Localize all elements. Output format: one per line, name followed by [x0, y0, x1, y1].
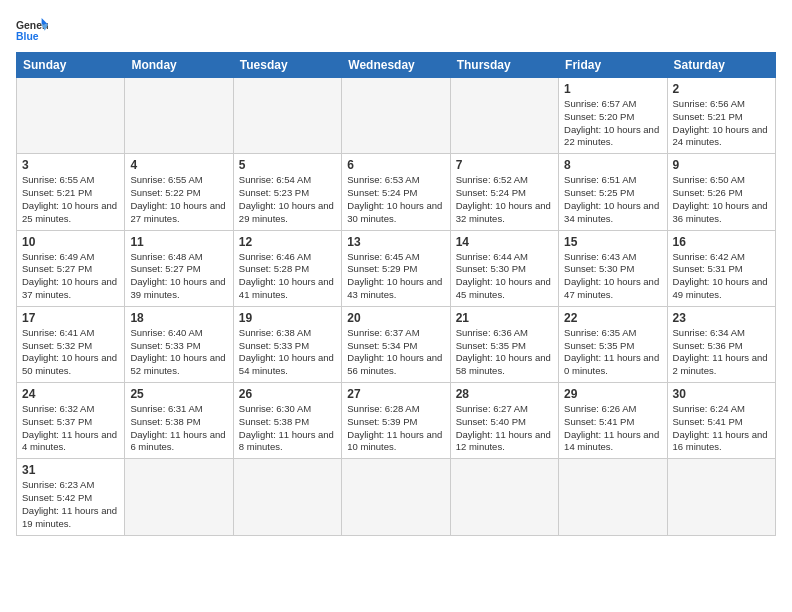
day-number: 8	[564, 158, 661, 172]
day-number: 14	[456, 235, 553, 249]
calendar-cell: 25Sunrise: 6:31 AM Sunset: 5:38 PM Dayli…	[125, 383, 233, 459]
calendar-week-row: 3Sunrise: 6:55 AM Sunset: 5:21 PM Daylig…	[17, 154, 776, 230]
day-number: 11	[130, 235, 227, 249]
calendar-cell: 5Sunrise: 6:54 AM Sunset: 5:23 PM Daylig…	[233, 154, 341, 230]
day-number: 6	[347, 158, 444, 172]
calendar-cell	[559, 459, 667, 535]
day-number: 21	[456, 311, 553, 325]
day-number: 7	[456, 158, 553, 172]
day-info: Sunrise: 6:48 AM Sunset: 5:27 PM Dayligh…	[130, 251, 227, 302]
weekday-header-row: SundayMondayTuesdayWednesdayThursdayFrid…	[17, 53, 776, 78]
day-info: Sunrise: 6:30 AM Sunset: 5:38 PM Dayligh…	[239, 403, 336, 454]
day-info: Sunrise: 6:34 AM Sunset: 5:36 PM Dayligh…	[673, 327, 770, 378]
day-info: Sunrise: 6:55 AM Sunset: 5:22 PM Dayligh…	[130, 174, 227, 225]
day-info: Sunrise: 6:23 AM Sunset: 5:42 PM Dayligh…	[22, 479, 119, 530]
day-number: 15	[564, 235, 661, 249]
calendar-week-row: 1Sunrise: 6:57 AM Sunset: 5:20 PM Daylig…	[17, 78, 776, 154]
calendar-cell: 10Sunrise: 6:49 AM Sunset: 5:27 PM Dayli…	[17, 230, 125, 306]
day-number: 19	[239, 311, 336, 325]
calendar-cell	[125, 459, 233, 535]
logo: General Blue	[16, 16, 48, 44]
calendar-cell: 18Sunrise: 6:40 AM Sunset: 5:33 PM Dayli…	[125, 306, 233, 382]
day-number: 22	[564, 311, 661, 325]
day-info: Sunrise: 6:53 AM Sunset: 5:24 PM Dayligh…	[347, 174, 444, 225]
calendar-cell: 4Sunrise: 6:55 AM Sunset: 5:22 PM Daylig…	[125, 154, 233, 230]
calendar-cell: 27Sunrise: 6:28 AM Sunset: 5:39 PM Dayli…	[342, 383, 450, 459]
calendar-cell: 21Sunrise: 6:36 AM Sunset: 5:35 PM Dayli…	[450, 306, 558, 382]
calendar-cell: 2Sunrise: 6:56 AM Sunset: 5:21 PM Daylig…	[667, 78, 775, 154]
calendar-cell: 23Sunrise: 6:34 AM Sunset: 5:36 PM Dayli…	[667, 306, 775, 382]
calendar-cell	[125, 78, 233, 154]
calendar-table: SundayMondayTuesdayWednesdayThursdayFrid…	[16, 52, 776, 536]
calendar-cell: 26Sunrise: 6:30 AM Sunset: 5:38 PM Dayli…	[233, 383, 341, 459]
calendar-cell	[342, 78, 450, 154]
day-number: 30	[673, 387, 770, 401]
day-number: 31	[22, 463, 119, 477]
calendar-cell: 12Sunrise: 6:46 AM Sunset: 5:28 PM Dayli…	[233, 230, 341, 306]
day-info: Sunrise: 6:37 AM Sunset: 5:34 PM Dayligh…	[347, 327, 444, 378]
calendar-cell: 14Sunrise: 6:44 AM Sunset: 5:30 PM Dayli…	[450, 230, 558, 306]
day-number: 17	[22, 311, 119, 325]
calendar-cell: 9Sunrise: 6:50 AM Sunset: 5:26 PM Daylig…	[667, 154, 775, 230]
day-info: Sunrise: 6:49 AM Sunset: 5:27 PM Dayligh…	[22, 251, 119, 302]
weekday-header-friday: Friday	[559, 53, 667, 78]
day-info: Sunrise: 6:35 AM Sunset: 5:35 PM Dayligh…	[564, 327, 661, 378]
weekday-header-thursday: Thursday	[450, 53, 558, 78]
page-header: General Blue	[16, 16, 776, 44]
day-number: 18	[130, 311, 227, 325]
weekday-header-tuesday: Tuesday	[233, 53, 341, 78]
calendar-cell: 22Sunrise: 6:35 AM Sunset: 5:35 PM Dayli…	[559, 306, 667, 382]
day-number: 16	[673, 235, 770, 249]
calendar-cell: 13Sunrise: 6:45 AM Sunset: 5:29 PM Dayli…	[342, 230, 450, 306]
day-number: 29	[564, 387, 661, 401]
day-info: Sunrise: 6:28 AM Sunset: 5:39 PM Dayligh…	[347, 403, 444, 454]
calendar-cell: 17Sunrise: 6:41 AM Sunset: 5:32 PM Dayli…	[17, 306, 125, 382]
day-number: 2	[673, 82, 770, 96]
day-number: 23	[673, 311, 770, 325]
day-number: 24	[22, 387, 119, 401]
day-number: 3	[22, 158, 119, 172]
day-info: Sunrise: 6:26 AM Sunset: 5:41 PM Dayligh…	[564, 403, 661, 454]
weekday-header-sunday: Sunday	[17, 53, 125, 78]
day-number: 12	[239, 235, 336, 249]
day-number: 5	[239, 158, 336, 172]
calendar-cell	[450, 78, 558, 154]
logo-icon: General Blue	[16, 16, 48, 44]
calendar-cell: 19Sunrise: 6:38 AM Sunset: 5:33 PM Dayli…	[233, 306, 341, 382]
calendar-cell	[342, 459, 450, 535]
calendar-cell: 31Sunrise: 6:23 AM Sunset: 5:42 PM Dayli…	[17, 459, 125, 535]
calendar-cell: 28Sunrise: 6:27 AM Sunset: 5:40 PM Dayli…	[450, 383, 558, 459]
day-info: Sunrise: 6:36 AM Sunset: 5:35 PM Dayligh…	[456, 327, 553, 378]
day-number: 25	[130, 387, 227, 401]
day-info: Sunrise: 6:45 AM Sunset: 5:29 PM Dayligh…	[347, 251, 444, 302]
calendar-cell: 16Sunrise: 6:42 AM Sunset: 5:31 PM Dayli…	[667, 230, 775, 306]
calendar-week-row: 31Sunrise: 6:23 AM Sunset: 5:42 PM Dayli…	[17, 459, 776, 535]
day-info: Sunrise: 6:57 AM Sunset: 5:20 PM Dayligh…	[564, 98, 661, 149]
weekday-header-monday: Monday	[125, 53, 233, 78]
calendar-cell: 24Sunrise: 6:32 AM Sunset: 5:37 PM Dayli…	[17, 383, 125, 459]
calendar-cell: 1Sunrise: 6:57 AM Sunset: 5:20 PM Daylig…	[559, 78, 667, 154]
day-info: Sunrise: 6:46 AM Sunset: 5:28 PM Dayligh…	[239, 251, 336, 302]
calendar-cell: 15Sunrise: 6:43 AM Sunset: 5:30 PM Dayli…	[559, 230, 667, 306]
day-info: Sunrise: 6:52 AM Sunset: 5:24 PM Dayligh…	[456, 174, 553, 225]
calendar-cell: 11Sunrise: 6:48 AM Sunset: 5:27 PM Dayli…	[125, 230, 233, 306]
calendar-cell: 7Sunrise: 6:52 AM Sunset: 5:24 PM Daylig…	[450, 154, 558, 230]
calendar-cell: 30Sunrise: 6:24 AM Sunset: 5:41 PM Dayli…	[667, 383, 775, 459]
calendar-week-row: 17Sunrise: 6:41 AM Sunset: 5:32 PM Dayli…	[17, 306, 776, 382]
weekday-header-wednesday: Wednesday	[342, 53, 450, 78]
calendar-cell: 3Sunrise: 6:55 AM Sunset: 5:21 PM Daylig…	[17, 154, 125, 230]
day-number: 26	[239, 387, 336, 401]
svg-text:Blue: Blue	[16, 31, 39, 42]
calendar-week-row: 24Sunrise: 6:32 AM Sunset: 5:37 PM Dayli…	[17, 383, 776, 459]
day-number: 13	[347, 235, 444, 249]
day-info: Sunrise: 6:40 AM Sunset: 5:33 PM Dayligh…	[130, 327, 227, 378]
day-number: 20	[347, 311, 444, 325]
day-info: Sunrise: 6:43 AM Sunset: 5:30 PM Dayligh…	[564, 251, 661, 302]
day-number: 27	[347, 387, 444, 401]
calendar-cell	[17, 78, 125, 154]
calendar-cell	[233, 78, 341, 154]
calendar-cell: 29Sunrise: 6:26 AM Sunset: 5:41 PM Dayli…	[559, 383, 667, 459]
day-info: Sunrise: 6:54 AM Sunset: 5:23 PM Dayligh…	[239, 174, 336, 225]
day-number: 10	[22, 235, 119, 249]
day-info: Sunrise: 6:50 AM Sunset: 5:26 PM Dayligh…	[673, 174, 770, 225]
